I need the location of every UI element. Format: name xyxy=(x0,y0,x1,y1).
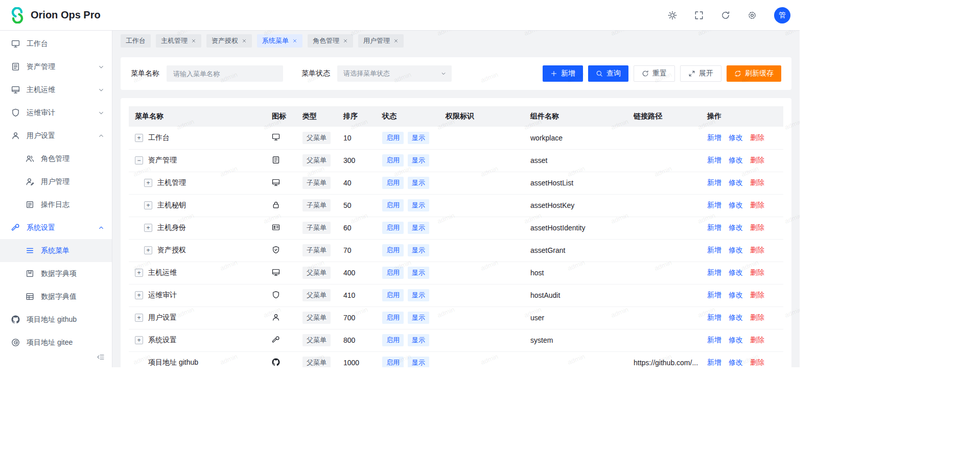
theme-icon[interactable] xyxy=(668,11,677,20)
row-add-link[interactable]: 新增 xyxy=(707,336,721,344)
row-delete-link[interactable]: 删除 xyxy=(750,268,764,276)
refresh-icon[interactable] xyxy=(721,11,730,20)
row-edit-link[interactable]: 修改 xyxy=(729,268,743,276)
row-add-link[interactable]: 新增 xyxy=(707,156,721,164)
row-expander[interactable]: + xyxy=(144,201,152,209)
menu-name-input[interactable] xyxy=(167,65,283,82)
close-icon[interactable] xyxy=(242,38,247,43)
reset-button[interactable]: 重置 xyxy=(634,65,675,82)
menu-status-select[interactable]: 请选择菜单状态 xyxy=(337,65,452,82)
sidebar-item[interactable]: 操作日志 xyxy=(0,193,112,216)
row-delete-link[interactable]: 删除 xyxy=(750,291,764,299)
sidebar-collapse-icon[interactable] xyxy=(97,353,105,361)
fullscreen-icon[interactable] xyxy=(694,11,704,20)
visible-badge: 显示 xyxy=(408,154,429,167)
row-edit-link[interactable]: 修改 xyxy=(729,178,743,186)
sidebar-item-label: 数据字典项 xyxy=(41,269,77,278)
row-add-link[interactable]: 新增 xyxy=(707,246,721,254)
permission-value xyxy=(439,239,524,262)
row-add-link[interactable]: 新增 xyxy=(707,358,721,366)
monitor-icon xyxy=(11,39,20,48)
column-header: 排序 xyxy=(337,106,376,127)
row-add-link[interactable]: 新增 xyxy=(707,313,721,321)
close-icon[interactable] xyxy=(393,38,399,43)
row-expander[interactable]: − xyxy=(135,156,143,164)
close-icon[interactable] xyxy=(191,38,196,43)
row-delete-link[interactable]: 删除 xyxy=(750,246,764,254)
menu-type-tag: 父菜单 xyxy=(302,357,331,367)
sidebar-item[interactable]: 系统设置 xyxy=(0,216,112,239)
sidebar-item-label: 系统菜单 xyxy=(41,246,69,255)
row-expander[interactable]: + xyxy=(135,314,143,322)
refresh-cache-button[interactable]: 刷新缓存 xyxy=(727,65,781,82)
sidebar-item[interactable]: 数据字典项 xyxy=(0,262,112,285)
row-expander[interactable]: + xyxy=(144,246,152,254)
row-expander[interactable]: + xyxy=(135,336,143,344)
close-icon[interactable] xyxy=(343,38,348,43)
tab-item[interactable]: 资产授权 xyxy=(206,34,252,48)
sidebar-item[interactable]: 数据字典值 xyxy=(0,285,112,308)
tab-item[interactable]: 系统菜单 xyxy=(257,34,302,48)
row-delete-link[interactable]: 删除 xyxy=(750,223,764,231)
tab-item[interactable]: 主机管理 xyxy=(156,34,201,48)
chevron-up-icon xyxy=(98,224,105,231)
tab-item[interactable]: 用户管理 xyxy=(358,34,404,48)
row-add-link[interactable]: 新增 xyxy=(707,268,721,276)
close-icon[interactable] xyxy=(292,38,297,43)
component-value: assetHostKey xyxy=(524,194,627,217)
tab-item[interactable]: 工作台 xyxy=(121,34,151,48)
row-edit-link[interactable]: 修改 xyxy=(729,313,743,321)
row-expander[interactable]: + xyxy=(144,224,152,232)
row-edit-link[interactable]: 修改 xyxy=(729,358,743,366)
row-edit-link[interactable]: 修改 xyxy=(729,201,743,209)
tab-item[interactable]: 角色管理 xyxy=(308,34,353,48)
menu-name: 主机管理 xyxy=(157,178,186,187)
sidebar-item[interactable]: 用户管理 xyxy=(0,170,112,193)
user-avatar[interactable]: 管 xyxy=(774,7,790,23)
search-button[interactable]: 查询 xyxy=(588,65,628,82)
sidebar-item[interactable]: 运维审计 xyxy=(0,101,112,124)
row-delete-link[interactable]: 删除 xyxy=(750,358,764,366)
row-edit-link[interactable]: 修改 xyxy=(729,336,743,344)
row-edit-link[interactable]: 修改 xyxy=(729,223,743,231)
sort-value: 70 xyxy=(337,239,376,262)
column-header: 链接路径 xyxy=(627,106,701,127)
sidebar-item[interactable]: 角色管理 xyxy=(0,147,112,170)
row-edit-link[interactable]: 修改 xyxy=(729,291,743,299)
settings-icon[interactable] xyxy=(748,11,757,20)
row-delete-link[interactable]: 删除 xyxy=(750,336,764,344)
row-expander[interactable]: + xyxy=(135,269,143,277)
sort-value: 700 xyxy=(337,306,376,329)
add-button[interactable]: 新增 xyxy=(543,65,583,82)
expand-button[interactable]: 展开 xyxy=(680,65,721,82)
row-delete-link[interactable]: 删除 xyxy=(750,178,764,186)
sidebar-item[interactable]: 工作台 xyxy=(0,32,112,55)
sidebar-item-label: 项目地址 github xyxy=(27,315,77,324)
row-add-link[interactable]: 新增 xyxy=(707,201,721,209)
row-delete-link[interactable]: 删除 xyxy=(750,133,764,141)
shield-icon xyxy=(272,291,280,299)
sidebar-item[interactable]: 资产管理 xyxy=(0,55,112,78)
row-edit-link[interactable]: 修改 xyxy=(729,246,743,254)
row-expander[interactable]: + xyxy=(135,134,143,142)
row-add-link[interactable]: 新增 xyxy=(707,223,721,231)
row-delete-link[interactable]: 删除 xyxy=(750,201,764,209)
sidebar-item[interactable]: 用户设置 xyxy=(0,124,112,147)
gitee-icon xyxy=(11,338,20,347)
component-value xyxy=(524,351,627,367)
sidebar-item[interactable]: 主机运维 xyxy=(0,78,112,101)
row-delete-link[interactable]: 删除 xyxy=(750,156,764,164)
sidebar-item[interactable]: 项目地址 github xyxy=(0,308,112,331)
sidebar-item[interactable]: 系统菜单 xyxy=(0,239,112,262)
row-add-link[interactable]: 新增 xyxy=(707,291,721,299)
row-edit-link[interactable]: 修改 xyxy=(729,156,743,164)
sort-value: 60 xyxy=(337,217,376,239)
row-delete-link[interactable]: 删除 xyxy=(750,313,764,321)
sidebar-item[interactable]: 项目地址 gitee xyxy=(0,331,112,354)
row-add-link[interactable]: 新增 xyxy=(707,133,721,141)
row-add-link[interactable]: 新增 xyxy=(707,178,721,186)
row-edit-link[interactable]: 修改 xyxy=(729,133,743,141)
table-row: +工作台父菜单10启用显示workplace新增修改删除 xyxy=(129,127,783,149)
row-expander[interactable]: + xyxy=(135,291,143,299)
row-expander[interactable]: + xyxy=(144,179,152,187)
